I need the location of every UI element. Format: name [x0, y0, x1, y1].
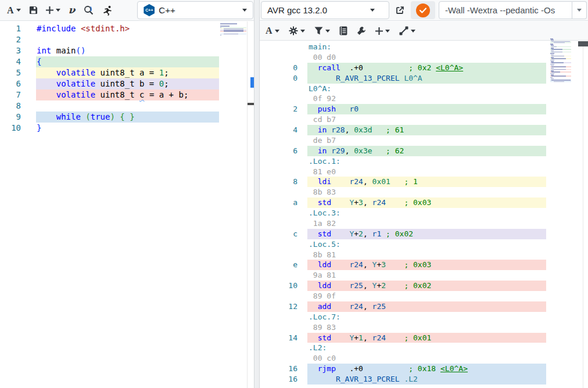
font-size-label: A [7, 6, 14, 15]
assembly-line[interactable]: 8b 81 [260, 250, 588, 260]
assembly-line[interactable]: 14 std Y+1, r24 ; 0x01 [260, 333, 588, 343]
assembly-line[interactable]: 1a 82 [260, 218, 588, 229]
source-line[interactable]: 3int main() [0, 45, 247, 56]
source-line[interactable]: 4{ [0, 56, 247, 67]
minimap-line [550, 76, 571, 77]
code-text: ldd r25, Y+2 ; 0x02 [309, 281, 431, 291]
assembly-line[interactable]: .L2: [260, 343, 588, 353]
code-text: rjmp .+0 ; 0x18 <L0^A> [309, 364, 468, 374]
source-line[interactable]: 7 volatile uint8_t c = a + b; [0, 89, 247, 100]
minimap-line [550, 64, 571, 65]
assembly-line[interactable]: .Loc.1: [260, 156, 588, 167]
compiler-header: AVR gcc 13.2.0 [260, 0, 588, 21]
assembly-output[interactable]: main: 00 d00 rcall .+0 ; 0x2 <L0^A>0 R_A… [260, 41, 588, 388]
assembly-line[interactable]: 2 push r0 [260, 104, 588, 114]
quick-bench-button[interactable] [99, 2, 116, 19]
source-minimap[interactable] [220, 23, 246, 37]
compile-status-badge[interactable] [411, 1, 435, 19]
assembly-line[interactable]: main: [260, 42, 588, 52]
assembly-line[interactable]: L0^A: [260, 84, 588, 94]
assembly-line[interactable]: 8b 83 [260, 187, 588, 197]
code-text: main: [309, 42, 331, 52]
assembly-line[interactable]: 10 ldd r25, Y+2 ; 0x02 [260, 281, 588, 291]
assembly-line[interactable]: 6 in r29, 0x3e ; 62 [260, 146, 588, 156]
assembly-line[interactable]: 8 ldi r24, 0x01 ; 1 [260, 177, 588, 187]
pane-splitter[interactable] [254, 0, 260, 388]
code-text: 81 e0 [309, 167, 336, 177]
token: .Loc.3: [309, 209, 340, 217]
source-line[interactable]: 2 [0, 34, 247, 45]
address-gutter: 14 [260, 333, 297, 343]
cpp-insights-button[interactable] [80, 2, 98, 19]
save-button[interactable] [26, 3, 41, 17]
assembly-line[interactable]: 12 add r24, r25 [260, 301, 588, 312]
token [37, 112, 56, 121]
token [309, 125, 318, 134]
assembly-line[interactable]: c std Y+2, r1 ; 0x02 [260, 229, 588, 239]
assembly-line[interactable]: 0f 92 [260, 94, 588, 104]
scrollbar-thumb[interactable] [578, 41, 588, 46]
token: in [318, 125, 327, 134]
filter-button[interactable] [311, 24, 334, 38]
plus-icon [375, 27, 383, 35]
minimap-line [550, 77, 571, 78]
compiler-explorer-window: A ν [0, 0, 588, 388]
add-new-button[interactable] [372, 24, 393, 38]
assembly-line[interactable]: .Loc.3: [260, 208, 588, 218]
token: int [37, 46, 51, 55]
assembly-line[interactable]: 0 R_AVR_13_PCREL L0^A [260, 73, 588, 84]
source-line[interactable]: 9 while (true) { } [0, 112, 247, 123]
compiler-options-button[interactable] [285, 23, 309, 38]
token: 3 [358, 198, 363, 207]
add-tool-button[interactable] [396, 23, 419, 38]
line-number: 7 [0, 89, 21, 100]
source-line[interactable]: 8 [0, 100, 247, 112]
assembly-line[interactable]: e ldd r24, Y+3 ; 0x03 [260, 260, 588, 270]
compiler-picker[interactable]: AVR gcc 13.2.0 [261, 1, 389, 19]
font-size-button[interactable]: A [3, 3, 24, 18]
assembly-line[interactable]: de b7 [260, 135, 588, 146]
token: , [345, 125, 354, 134]
chevron-down-icon [325, 30, 330, 33]
token: push [318, 105, 336, 113]
source-line[interactable]: 6 volatile uint8_t b = 0; [0, 78, 247, 89]
asm-font-size-button[interactable]: A [262, 23, 283, 38]
assembly-line[interactable]: 9a 81 [260, 270, 588, 281]
assembly-line[interactable]: 81 e0 [260, 167, 588, 177]
token: .L2 [404, 375, 417, 383]
vim-toggle-button[interactable]: ν [65, 2, 79, 18]
options-dropdown-button[interactable] [572, 1, 587, 19]
source-line[interactable]: 1#include <stdint.h> [0, 23, 247, 34]
minimap-line [550, 69, 571, 70]
open-compiler-site-button[interactable] [393, 3, 407, 17]
label-link[interactable]: <L0^A> [440, 364, 468, 373]
assembly-line[interactable]: 4 in r28, 0x3d ; 61 [260, 125, 588, 135]
source-line[interactable]: 10} [0, 123, 247, 134]
source-editor[interactable]: 1#include <stdint.h>23int main()4{5 vola… [0, 21, 247, 388]
libraries-button[interactable] [336, 23, 351, 38]
assembly-line[interactable]: a std Y+3, r24 ; 0x03 [260, 197, 588, 208]
assembly-line[interactable]: 16 R_AVR_13_PCREL .L2 [260, 374, 588, 385]
assembly-line[interactable]: 00 d0 [260, 52, 588, 63]
address-gutter: a [260, 197, 297, 208]
add-pane-button[interactable] [42, 3, 64, 17]
token: ldd [318, 281, 331, 290]
assembly-minimap[interactable] [550, 38, 571, 84]
line-number: 5 [0, 67, 21, 78]
tools-button[interactable] [353, 23, 370, 38]
label-link[interactable]: <L0^A> [436, 63, 463, 72]
assembly-line[interactable]: .Loc.5: [260, 239, 588, 250]
assembly-line[interactable]: 89 83 [260, 322, 588, 333]
source-line[interactable]: 5 volatile uint8_t a = 1; [0, 67, 247, 78]
assembly-line[interactable]: .Loc.7: [260, 312, 588, 322]
assembly-line[interactable]: 0 rcall .+0 ; 0x2 <L0^A> [260, 63, 588, 73]
assembly-line[interactable]: 00 c0 [260, 353, 588, 364]
assembly-line[interactable]: cd b7 [260, 114, 588, 125]
token: { [37, 57, 41, 66]
assembly-line[interactable]: 16 rjmp .+0 ; 0x18 <L0^A> [260, 364, 588, 374]
assembly-line[interactable]: 89 0f [260, 291, 588, 301]
language-picker[interactable]: C++ C++ [137, 1, 253, 19]
compiler-options-input[interactable] [439, 1, 572, 19]
token: r1 [372, 229, 382, 238]
token [309, 281, 318, 290]
